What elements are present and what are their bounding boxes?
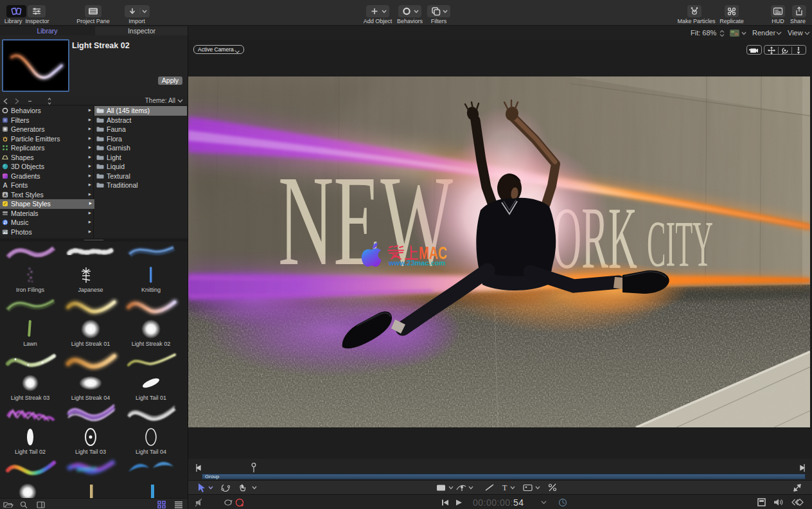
svg-text:A: A <box>3 192 7 198</box>
svg-text:www.23mac.com: www.23mac.com <box>388 259 445 267</box>
svg-text:A: A <box>3 182 8 188</box>
svg-text:T: T <box>502 483 508 492</box>
